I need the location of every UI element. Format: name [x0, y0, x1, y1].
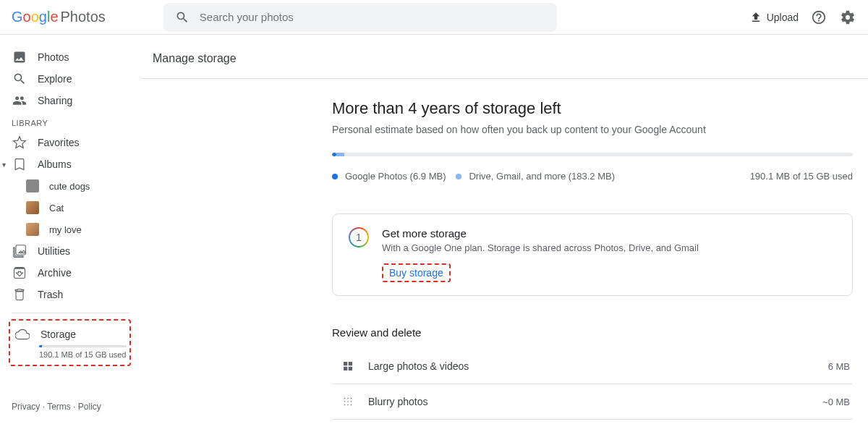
album-item[interactable]: Cat	[0, 197, 141, 219]
nav-albums[interactable]: ▾ Albums	[0, 153, 141, 175]
search-icon	[175, 10, 190, 25]
get-more-storage-card: 1 Get more storage With a Google One pla…	[332, 213, 853, 296]
footer-links: Privacy · Terms · Policy	[0, 393, 141, 420]
upload-label: Upload	[767, 12, 799, 23]
svg-point-8	[351, 405, 352, 406]
svg-point-2	[351, 398, 352, 399]
storage-label: Storage	[41, 329, 76, 340]
nav-label: Archive	[38, 267, 72, 279]
sidebar: Photos Explore Sharing LIBRARY Favorites…	[0, 35, 141, 432]
logo[interactable]: Google Photos	[12, 9, 106, 25]
storage-bar	[39, 345, 127, 347]
archive-icon	[12, 266, 27, 280]
album-label: my love	[49, 224, 82, 235]
blurry-icon	[341, 395, 354, 408]
nav-explore[interactable]: Explore	[0, 68, 141, 90]
search-input[interactable]	[200, 11, 545, 23]
settings-button[interactable]	[839, 9, 856, 26]
logo-product: Photos	[61, 9, 106, 25]
storage-usage-text: 190.1 MB of 15 GB used	[39, 350, 127, 359]
album-item[interactable]: my love	[0, 219, 141, 240]
nav-label: Trash	[38, 289, 63, 300]
chevron-down-icon: ▾	[2, 161, 6, 169]
review-label: Blurry photos	[368, 396, 822, 407]
dot-icon	[456, 174, 461, 179]
help-icon	[811, 9, 827, 25]
upload-button[interactable]: Upload	[749, 11, 799, 24]
progress-segment-other	[336, 153, 344, 156]
svg-point-3	[344, 401, 346, 402]
search-icon	[12, 72, 27, 86]
svg-point-0	[344, 398, 346, 399]
dot-icon	[332, 174, 338, 179]
nav-storage: Storage	[13, 326, 127, 342]
storage-subtext: Personal estimate based on how often you…	[332, 124, 853, 135]
album-thumb	[26, 179, 39, 192]
nav-archive[interactable]: Archive	[0, 262, 141, 284]
terms-link[interactable]: Terms	[47, 402, 71, 412]
star-icon	[12, 135, 27, 150]
large-media-icon	[341, 360, 354, 373]
nav-favorites[interactable]: Favorites	[0, 132, 141, 153]
legend-drive: Drive, Gmail, and more (183.2 MB)	[456, 171, 615, 182]
storage-progress-bar	[332, 153, 853, 156]
upload-icon	[749, 11, 762, 24]
nav-label: Favorites	[38, 137, 80, 148]
people-icon	[12, 93, 27, 108]
utilities-icon	[12, 244, 27, 258]
policy-link[interactable]: Policy	[78, 402, 101, 412]
nav-label: Albums	[38, 158, 72, 170]
svg-point-5	[351, 401, 352, 402]
privacy-link[interactable]: Privacy	[12, 402, 40, 412]
nav-utilities[interactable]: Utilities	[0, 240, 141, 262]
svg-point-6	[344, 405, 346, 406]
nav-sharing[interactable]: Sharing	[0, 90, 141, 111]
review-label: Large photos & videos	[368, 360, 828, 372]
svg-point-1	[347, 398, 349, 399]
main-content: Manage storage More than 4 years of stor…	[141, 35, 868, 432]
album-label: cute dogs	[49, 181, 90, 192]
storage-legend: Google Photos (6.9 MB) Drive, Gmail, and…	[332, 171, 853, 182]
nav-trash[interactable]: Trash	[0, 284, 141, 305]
page-title: Manage storage	[141, 46, 868, 79]
album-thumb	[26, 201, 39, 214]
legend-photos: Google Photos (6.9 MB)	[332, 171, 446, 182]
section-label: LIBRARY	[0, 111, 141, 132]
nav-label: Photos	[38, 51, 69, 63]
nav-label: Utilities	[38, 245, 70, 257]
storage-headline: More than 4 years of storage left	[332, 99, 853, 118]
gear-icon	[840, 9, 856, 25]
review-item-otherapps[interactable]: Other apps ~0 MB	[332, 420, 853, 432]
nav-label: Explore	[38, 73, 72, 85]
trash-icon	[12, 287, 27, 302]
nav-photos[interactable]: Photos	[0, 46, 141, 68]
promo-title: Get more storage	[382, 227, 699, 240]
help-button[interactable]	[810, 9, 827, 26]
cloud-icon	[15, 327, 30, 342]
svg-point-7	[347, 405, 349, 406]
google-one-icon: 1	[349, 227, 369, 247]
album-item[interactable]: cute dogs	[0, 175, 141, 197]
review-item-large[interactable]: Large photos & videos 6 MB	[332, 349, 853, 384]
legend-total: 190.1 MB of 15 GB used	[750, 171, 853, 182]
svg-point-4	[347, 401, 349, 402]
nav-label: Sharing	[38, 95, 72, 106]
buy-storage-link-highlighted[interactable]: Buy storage	[382, 263, 451, 282]
review-size: ~0 MB	[822, 397, 850, 407]
album-thumb	[26, 223, 39, 236]
review-item-blurry[interactable]: Blurry photos ~0 MB	[332, 384, 853, 420]
promo-text: With a Google One plan. Storage is share…	[382, 242, 699, 253]
review-size: 6 MB	[828, 361, 850, 372]
search-bar[interactable]	[163, 3, 557, 32]
storage-box-highlighted[interactable]: Storage 190.1 MB of 15 GB used	[9, 319, 131, 366]
album-label: Cat	[49, 203, 64, 213]
review-section-title: Review and delete	[332, 326, 853, 339]
image-icon	[12, 50, 27, 64]
bookmark-icon	[12, 157, 27, 171]
